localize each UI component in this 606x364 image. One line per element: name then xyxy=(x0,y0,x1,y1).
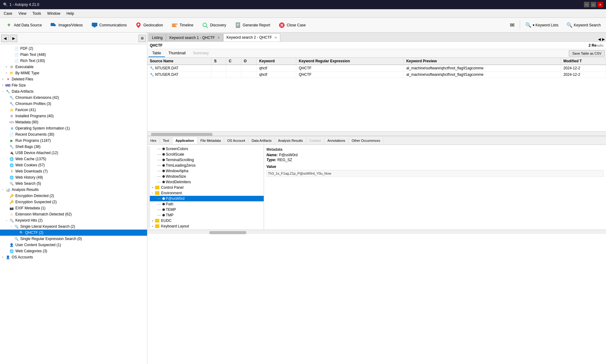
tree-item-os-accounts[interactable]: + 👤 OS Accounts xyxy=(0,254,147,260)
minimize-button[interactable]: ─ xyxy=(584,2,589,7)
tree-item-chromium-ext[interactable]: 🔧 Chromium Extensions (42) xyxy=(0,95,147,101)
app-tree-item-control-panel[interactable]: + Control Panel xyxy=(150,185,264,190)
tree-item-os-info[interactable]: 🖥 Operating System Information (1) xyxy=(0,125,147,131)
menu-tools[interactable]: Tools xyxy=(30,10,44,17)
tree-item-qhctf[interactable]: 🔍 QHCTF (2) xyxy=(0,230,147,236)
app-tree-item-trim-zeros[interactable]: TrimLeadingZeros xyxy=(150,163,264,168)
table-row[interactable]: 🔧 NTUSER.DAT qhctf QHCTF al_machine\soft… xyxy=(147,65,606,72)
app-tree-item-keyboard-layout[interactable]: + Keyboard Layout xyxy=(150,223,264,228)
col-c[interactable]: C xyxy=(226,58,241,65)
tree-item-single-literal[interactable]: − 🔍 Single Literal Keyword Search (2) xyxy=(0,223,147,230)
bottom-tab-hex[interactable]: Hex xyxy=(147,137,160,144)
tab-keyword-search-1[interactable]: Keyword search 1 - QHCTF ✕ xyxy=(166,33,223,41)
app-tree-item-window-size[interactable]: WindowSize xyxy=(150,174,264,179)
tree-item-file-size[interactable]: + MB File Size xyxy=(0,82,147,88)
app-tree-item-path[interactable]: Path xyxy=(150,201,264,207)
menu-case[interactable]: Case xyxy=(1,10,15,17)
tab-keyword-search-1-close[interactable]: ✕ xyxy=(217,36,220,39)
app-tree-item-tmp[interactable]: TMP xyxy=(150,212,264,218)
tree-item-data-artifacts[interactable]: − 🔧 Data Artifacts xyxy=(0,88,147,95)
col-o[interactable]: O xyxy=(241,58,257,65)
bottom-tab-other-occurrences[interactable]: Other Occurrences xyxy=(349,137,384,144)
tree-item-rich-text[interactable]: 📄 Rich Text (193) xyxy=(0,58,147,64)
tree-item-encryption-detected[interactable]: 🔑 Encryption Detected (2) xyxy=(0,193,147,199)
menu-window[interactable]: Window xyxy=(45,10,63,17)
add-data-source-button[interactable]: + Add Data Source xyxy=(2,20,45,30)
tree-item-plain-text[interactable]: 📄 Plain Text (448) xyxy=(0,52,147,58)
save-table-button[interactable]: Save Table as CSV xyxy=(569,50,605,56)
tree-item-web-downloads[interactable]: ⬇ Web Downloads (7) xyxy=(0,168,147,174)
bottom-h-scrollbar[interactable] xyxy=(147,230,606,234)
keyword-lists-button[interactable]: 🔍 ▾ Keyword Lists xyxy=(522,21,561,29)
tree-item-web-history[interactable]: 🌐 Web History (49) xyxy=(0,174,147,180)
maximize-button[interactable]: □ xyxy=(591,2,596,7)
tree-item-run-programs[interactable]: ▶ Run Programs (1187) xyxy=(0,137,147,144)
tab-scroll-left[interactable]: ◀ xyxy=(598,37,601,41)
app-tree-item-passw0rd[interactable]: P@ssW0rd xyxy=(150,196,264,201)
tab-keyword-search-2[interactable]: Keyword search 2 - QHCTF ✕ xyxy=(223,33,280,41)
bottom-tab-os-account[interactable]: OS Account xyxy=(224,137,248,144)
col-modified-t[interactable]: Modified T xyxy=(561,58,606,65)
images-videos-button[interactable]: Images/Videos xyxy=(47,20,85,30)
tree-item-analysis-results[interactable]: − 📊 Analysis Results xyxy=(0,187,147,193)
timeline-button[interactable]: Timeline xyxy=(168,20,196,30)
col-source-name[interactable]: Source Name xyxy=(147,58,212,65)
col-s[interactable]: S xyxy=(212,58,226,65)
app-tree-item-screen-colors[interactable]: ScreenColors xyxy=(150,146,264,152)
col-keyword-preview[interactable]: Keyword Preview xyxy=(404,58,561,65)
sub-tab-table[interactable]: Table xyxy=(149,50,165,57)
tree-item-user-content[interactable]: 👤 User Content Suspected (1) xyxy=(0,242,147,248)
tree-item-shell-bags[interactable]: 🔧 Shell Bags (38) xyxy=(0,144,147,150)
menu-view[interactable]: View xyxy=(16,10,29,17)
tree-item-usb-device[interactable]: 🔌 USB Device Attached (12) xyxy=(0,150,147,156)
tree-item-deleted-files[interactable]: + ✕ Deleted Files xyxy=(0,76,147,82)
settings-button[interactable]: ⚙ xyxy=(138,35,146,42)
tab-scroll-right[interactable]: ▶ xyxy=(602,37,605,41)
bottom-tab-file-metadata[interactable]: File Metadata xyxy=(197,137,224,144)
table-row[interactable]: 🔧 NTUSER.DAT qhctf QHCTF al_machine\soft… xyxy=(147,72,606,78)
tab-listing[interactable]: Listing xyxy=(149,33,166,41)
geolocation-button[interactable]: Geolocation xyxy=(132,20,166,30)
tree-item-keyword-hits[interactable]: − 🔍 Keyword Hits (2) xyxy=(0,217,147,223)
forward-button[interactable]: ▶ xyxy=(10,35,17,42)
communications-button[interactable]: Communications xyxy=(88,20,130,30)
tree-item-web-search[interactable]: 🔍 Web Search (5) xyxy=(0,180,147,187)
tree-item-executable[interactable]: + ⚙ Executable xyxy=(0,64,147,70)
generate-report-button[interactable]: Generate Report xyxy=(231,20,273,30)
bottom-h-scroll-thumb[interactable] xyxy=(209,231,246,234)
menu-help[interactable]: Help xyxy=(64,10,77,17)
app-tree-item-terminal-scrolling[interactable]: TerminalScrolling xyxy=(150,157,264,163)
discovery-button[interactable]: Discovery xyxy=(199,20,229,30)
tab-keyword-search-2-close[interactable]: ✕ xyxy=(274,36,277,39)
keyword-search-toolbar-button[interactable]: 🔍 Keyword Search xyxy=(564,21,604,29)
col-keyword-regex[interactable]: Keyword Regular Expression xyxy=(296,58,404,65)
bottom-tab-application[interactable]: Application xyxy=(173,137,197,144)
tree-item-web-cookies[interactable]: 🌐 Web Cookies (57) xyxy=(0,162,147,168)
tree-item-installed-programs[interactable]: ⚙ Installed Programs (40) xyxy=(0,113,147,119)
email-button[interactable]: ✉ xyxy=(507,20,517,30)
app-tree-item-eudc[interactable]: + EUDC xyxy=(150,218,264,223)
app-tree-item-word-delimiters[interactable]: WordDelimiters xyxy=(150,179,264,185)
app-tree-item-window-alpha[interactable]: WindowAlpha xyxy=(150,168,264,174)
app-tree-item-scrollscale[interactable]: ScrollScale xyxy=(150,152,264,157)
tree-item-extension-mismatch[interactable]: ⚠ Extension Mismatch Detected (62) xyxy=(0,211,147,217)
app-tree-item-environment[interactable]: − Environment xyxy=(150,190,264,196)
tree-item-chromium-profiles[interactable]: 🔧 Chromium Profiles (3) xyxy=(0,101,147,107)
bottom-tab-annotations[interactable]: Annotations xyxy=(324,137,348,144)
sub-tab-thumbnail[interactable]: Thumbnail xyxy=(165,50,189,57)
bottom-tab-text[interactable]: Text xyxy=(160,137,173,144)
tree-item-single-regex[interactable]: 🔍 Single Regular Expression Search (0) xyxy=(0,236,147,242)
tree-item-web-categories[interactable]: 🌐 Web Categories (3) xyxy=(0,248,147,254)
bottom-tab-data-artifacts[interactable]: Data Artifacts xyxy=(248,137,275,144)
tree-item-pdf[interactable]: 📄 PDF (2) xyxy=(0,45,147,52)
tree-item-favicon[interactable]: ⭐ Favicon (41) xyxy=(0,107,147,113)
bottom-tab-analysis-results[interactable]: Analysis Results xyxy=(275,137,306,144)
back-button[interactable]: ◀ xyxy=(1,35,9,42)
tree-item-web-cache[interactable]: 🌐 Web Cache (1375) xyxy=(0,156,147,162)
close-button[interactable]: ✕ xyxy=(597,2,603,7)
window-controls[interactable]: ─ □ ✕ xyxy=(584,2,603,7)
tree-item-mime-type[interactable]: + 📁 By MIME Type xyxy=(0,70,147,76)
table-h-scrollbar[interactable] xyxy=(147,131,606,136)
col-keyword[interactable]: Keyword xyxy=(257,58,296,65)
tree-item-encryption-suspected[interactable]: 🔑 Encryption Suspected (2) xyxy=(0,199,147,205)
